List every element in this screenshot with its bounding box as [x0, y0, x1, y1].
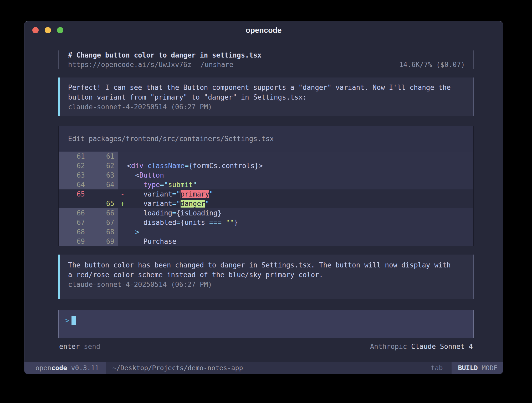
old-line-number: 67 — [59, 218, 87, 227]
new-line-number: 64 — [87, 180, 118, 189]
tab-key-hint: tab — [431, 362, 451, 374]
code-line: disabled={units === ""} — [127, 218, 473, 227]
diff-row: 6767 disabled={units === ""} — [59, 218, 473, 227]
window-title: opencode — [24, 26, 503, 35]
session-title: # Change button color to danger in setti… — [68, 50, 465, 60]
message-line: button variant from "primary" to "danger… — [68, 92, 466, 102]
diff-marker — [118, 237, 127, 246]
code-line: <div className={formCs.controls}> — [127, 161, 473, 170]
diff-row: 6464 type="submit" — [59, 180, 473, 189]
code-line — [127, 152, 473, 161]
new-line-number: 62 — [87, 161, 118, 170]
assistant-message: The button color has been changed to dan… — [58, 255, 474, 299]
prompt-input[interactable]: > — [58, 310, 474, 338]
mode-indicator: BUILD MODE — [452, 362, 503, 374]
model-timestamp: claude-sonnet-4-20250514 (06:27 PM) — [68, 102, 466, 112]
model-timestamp: claude-sonnet-4-20250514 (06:27 PM) — [68, 280, 466, 290]
share-info: https://opencode.ai/s/UwJxv76z/unshare — [68, 60, 233, 69]
diff-row: 6969 Purchase — [59, 237, 473, 246]
text-cursor — [71, 316, 76, 325]
app-version: opencode v0.3.11 — [24, 362, 106, 374]
code-line: <Button — [127, 170, 473, 180]
old-line-number: 65 — [59, 189, 87, 199]
diff-lines: 61616262<div className={formCs.controls}… — [59, 152, 473, 246]
code-line: loading={isLoading} — [127, 208, 473, 218]
prompt-symbol: > — [65, 317, 69, 324]
diff-marker — [118, 152, 127, 161]
session-content: # Change button color to danger in setti… — [24, 39, 503, 362]
unshare-command: /unshare — [201, 61, 233, 69]
diff-row: 65+ variant="danger" — [59, 199, 473, 208]
new-line-number — [87, 189, 118, 199]
assistant-message: Perfect! I can see that the Button compo… — [58, 78, 474, 116]
new-line-number: 68 — [87, 227, 118, 237]
new-line-number: 67 — [87, 218, 118, 227]
old-line-number — [59, 199, 87, 208]
diff-row: 6262<div className={formCs.controls}> — [59, 161, 473, 170]
old-line-number: 63 — [59, 170, 87, 180]
code-line: > — [127, 227, 473, 237]
title-bar: opencode — [24, 21, 503, 39]
message-line: a red/rose color scheme instead of the b… — [68, 270, 466, 280]
session-header: # Change button color to danger in setti… — [58, 50, 474, 69]
diff-row: 6666 loading={isLoading} — [59, 208, 473, 218]
diff-marker — [118, 208, 127, 218]
working-directory: ~/Desktop/Projects/demo-notes-app — [106, 362, 431, 374]
diff-marker — [118, 218, 127, 227]
diff-marker — [118, 161, 127, 170]
old-line-number: 61 — [59, 152, 87, 161]
session-meta: https://opencode.ai/s/UwJxv76z/unshare 1… — [68, 60, 465, 69]
edit-tool-title: Edit packages/frontend/src/containers/Se… — [59, 126, 473, 152]
message-line: Perfect! I can see that the Button compo… — [68, 83, 466, 92]
new-line-number: 61 — [87, 152, 118, 161]
old-line-number: 64 — [59, 180, 87, 189]
code-line: variant="danger" — [127, 199, 473, 208]
old-line-number: 68 — [59, 227, 87, 237]
old-line-number: 69 — [59, 237, 87, 246]
diff-marker — [118, 170, 127, 180]
diff-row: 6161 — [59, 152, 473, 161]
new-line-number: 69 — [87, 237, 118, 246]
app-window: opencode # Change button color to danger… — [24, 21, 503, 374]
send-hint: enter send — [59, 342, 100, 352]
diff-marker: + — [118, 199, 127, 208]
status-bar: opencode v0.3.11 ~/Desktop/Projects/demo… — [24, 362, 503, 374]
old-line-number: 62 — [59, 161, 87, 170]
share-url: https://opencode.ai/s/UwJxv76z — [68, 61, 192, 69]
message-line: The button color has been changed to dan… — [68, 260, 466, 270]
code-line: Purchase — [127, 237, 473, 246]
diff-marker — [118, 180, 127, 189]
new-line-number: 65 — [87, 199, 118, 208]
diff-row: 6363 <Button — [59, 170, 473, 180]
context-stats: 14.6K/7% ($0.07) — [399, 60, 465, 69]
hint-row: enter send Anthropic Claude Sonnet 4 — [58, 339, 474, 352]
diff-row: 6868 > — [59, 227, 473, 237]
edit-tool-card: Edit packages/frontend/src/containers/Se… — [58, 126, 474, 246]
new-line-number: 66 — [87, 208, 118, 218]
diff-marker — [118, 227, 127, 237]
model-selector: Anthropic Claude Sonnet 4 — [370, 342, 473, 352]
code-line: type="submit" — [127, 180, 473, 189]
diff-row: 65- variant="primary" — [59, 189, 473, 199]
new-line-number: 63 — [87, 170, 118, 180]
old-line-number: 66 — [59, 208, 87, 218]
code-line: variant="primary" — [127, 189, 473, 199]
diff-marker: - — [118, 189, 127, 199]
